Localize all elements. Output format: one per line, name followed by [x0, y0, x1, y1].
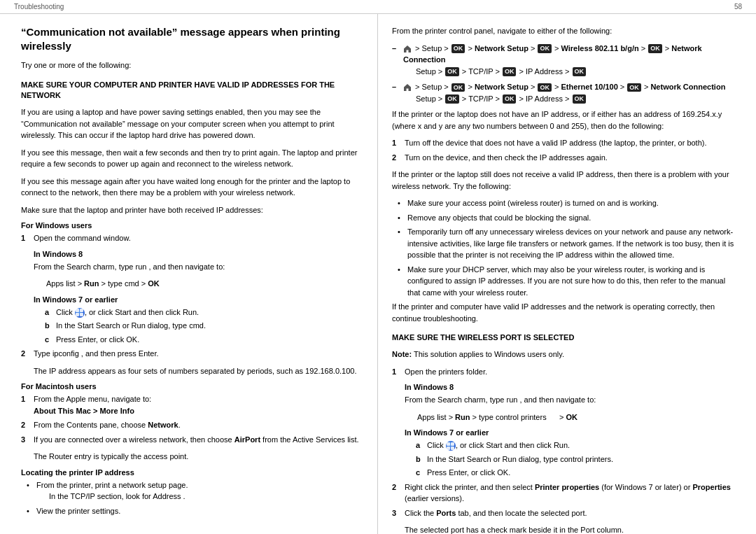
left-column: “Communication not available” message ap… — [0, 14, 378, 534]
loc-bullet-2: View the printer settings. — [27, 505, 363, 517]
in-windows8-block: In Windows 8 From the Search charm, type… — [34, 250, 363, 290]
step2-note: The IP address appears as four sets of n… — [34, 365, 363, 377]
ok-badge: OK — [503, 67, 517, 76]
rs2-step-c: c Press Enter, or click OK. — [416, 467, 735, 479]
windows-steps: 1 Open the command window. — [21, 232, 363, 244]
ok-badge: OK — [503, 94, 517, 104]
rs2-remaining-steps: 2 Right click the printer, and then sele… — [392, 482, 735, 519]
rs2-step-3: 3 Click the Ports tab, and then locate t… — [392, 507, 735, 519]
section2-heading: Make sure the wireless port is selected — [392, 332, 735, 343]
rs2-step-2: 2 Right click the printer, and then sele… — [392, 482, 735, 505]
apps-line: Apps list > Run > type cmd > OK — [46, 278, 363, 290]
bullet-2: Temporarily turn off any unnecessary wir… — [398, 226, 735, 261]
note-para: Note: This solution applies to Windows u… — [392, 349, 735, 360]
in-windows7-label: In Windows 7 or earlier — [34, 295, 363, 304]
rs2-win7-block: In Windows 7 or earlier a Click , or cli… — [405, 428, 735, 479]
step2-list: 2 Type ipconfig , and then press Enter. — [21, 348, 363, 360]
right-steps: 1 Turn off the device that does not have… — [392, 137, 735, 163]
mac-users-heading: For Macintosh users — [21, 382, 363, 391]
r-step-2: 2 Turn on the device, and then check the… — [392, 152, 735, 164]
win8-line: From the Search charm, type run , and th… — [34, 261, 363, 273]
after-paths-text: If the printer or the laptop does not ha… — [392, 108, 735, 132]
rs2-in-windows8: In Windows 8 — [405, 383, 735, 391]
loc-bullet-1: From the printer, print a network setup … — [27, 479, 363, 503]
mac3-note: The Router entry is typically the access… — [34, 451, 363, 463]
win7-steps: a Click , or click Start and then click … — [45, 307, 363, 346]
bullet-3: Make sure your DHCP server, which may al… — [398, 264, 735, 299]
content-area: “Communication not available” message ap… — [0, 14, 756, 534]
ok-badge: OK — [451, 44, 465, 53]
mac-steps: 1 From the Apple menu, navigate to: Abou… — [21, 393, 363, 445]
ok-badge: OK — [451, 83, 465, 92]
troubleshooting-label: Troubleshooting — [14, 3, 64, 10]
windows-users-heading: For Windows users — [21, 221, 363, 230]
mac-step-3: 3 If you are connected over a wireless n… — [21, 434, 363, 446]
para4: Make sure that the laptop and printer ha… — [21, 204, 363, 216]
rs2-step-b: b In the Start Search or Run dialog, typ… — [416, 454, 735, 465]
mac-step-2: 2 From the Contents pane, choose Network… — [21, 419, 363, 431]
right-intro: From the printer control panel, navigate… — [392, 25, 735, 37]
valid-para: If the printer and computer have valid I… — [392, 301, 735, 324]
right-column: From the printer control panel, navigate… — [378, 14, 756, 534]
ok-badge: OK — [573, 94, 587, 104]
in-windows7-block: In Windows 7 or earlier a Click , or cli… — [34, 295, 363, 346]
path2-block: – > Setup > OK > Network Setup > OK > Et… — [392, 81, 735, 104]
windows-icon-a — [75, 308, 85, 318]
ok-badge: OK — [445, 67, 459, 76]
ok-badge: OK — [573, 67, 587, 76]
page-container: Troubleshooting 58 “Communication not av… — [0, 0, 756, 534]
still-para: If the printer or the laptop still does … — [392, 169, 735, 192]
page-number: 58 — [734, 3, 742, 10]
wireless-bullets: Make sure your access point (wireless ro… — [398, 197, 735, 298]
r-step-1: 1 Turn off the device that does not have… — [392, 137, 735, 149]
ok-badge: OK — [627, 83, 641, 92]
rs2-win8-line: From the Search charm, type run , and th… — [405, 394, 735, 406]
home-icon-1 — [403, 45, 412, 53]
win7-step-b: b In the Start Search or Run dialog, typ… — [45, 320, 363, 332]
rs2-in-win7: In Windows 7 or earlier — [405, 428, 735, 437]
bullet-0: Make sure your access point (wireless ro… — [398, 197, 735, 209]
bullet-1: Remove any objects that could be blockin… — [398, 212, 735, 224]
path1-block: – > Setup > OK > Network Setup > OK > Wi… — [392, 43, 735, 78]
mac-step-1: 1 From the Apple menu, navigate to: Abou… — [21, 393, 363, 416]
in-windows8-label: In Windows 8 — [34, 250, 363, 258]
intro-text: Try one or more of the following: — [21, 59, 363, 71]
rs2-step-1: 1 Open the printers folder. — [392, 366, 735, 378]
win-step-1: 1 Open the command window. — [21, 232, 363, 244]
locating-bullets: From the printer, print a network setup … — [27, 479, 363, 517]
home-icon-2 — [403, 83, 412, 92]
rs2-win7-steps: a Click , or click Start and then click … — [416, 440, 735, 479]
rs2-step3-note: The selected port has a check mark besid… — [405, 524, 735, 534]
win7-step-c: c Press Enter, or click OK. — [45, 334, 363, 346]
ok-badge: OK — [648, 44, 662, 53]
win7-step-a: a Click , or click Start and then click … — [45, 307, 363, 318]
section1-heading: Make sure your computer and printer have… — [21, 80, 363, 101]
locating-heading: Locating the printer IP address — [21, 468, 363, 477]
rs2-apps-line: Apps list > Run > type control printers … — [417, 412, 735, 423]
section2-steps: 1 Open the printers folder. — [392, 366, 735, 378]
windows-icon-rs2 — [446, 441, 456, 451]
page-title: “Communication not available” message ap… — [21, 25, 363, 52]
top-bar: Troubleshooting 58 — [0, 0, 756, 14]
para1: If you are using a laptop and have power… — [21, 106, 363, 141]
ok-badge: OK — [445, 94, 459, 104]
rs2-step-a: a Click , or click Start and then click … — [416, 440, 735, 451]
ok-badge: OK — [538, 83, 552, 92]
ok-badge: OK — [538, 44, 552, 53]
step2-item: 2 Type ipconfig , and then press Enter. — [21, 348, 363, 360]
para3: If you see this message again after you … — [21, 176, 363, 199]
para2: If you see this message, then wait a few… — [21, 147, 363, 170]
rs2-win8-block: In Windows 8 From the Search charm, type… — [405, 383, 735, 423]
